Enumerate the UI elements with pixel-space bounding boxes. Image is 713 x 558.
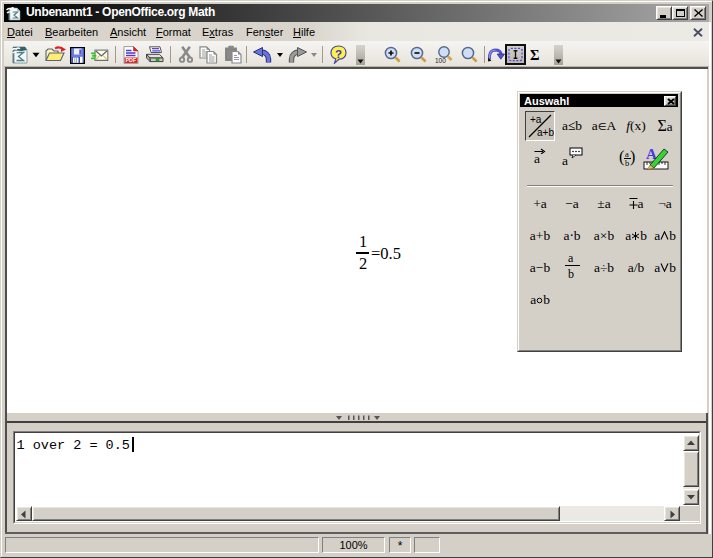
svg-text:a+b: a+b [537,127,554,138]
svg-text:+a: +a [530,114,542,125]
svg-text:PDF: PDF [125,57,136,63]
svg-text:100: 100 [435,57,446,64]
svg-text:?: ? [335,48,342,60]
